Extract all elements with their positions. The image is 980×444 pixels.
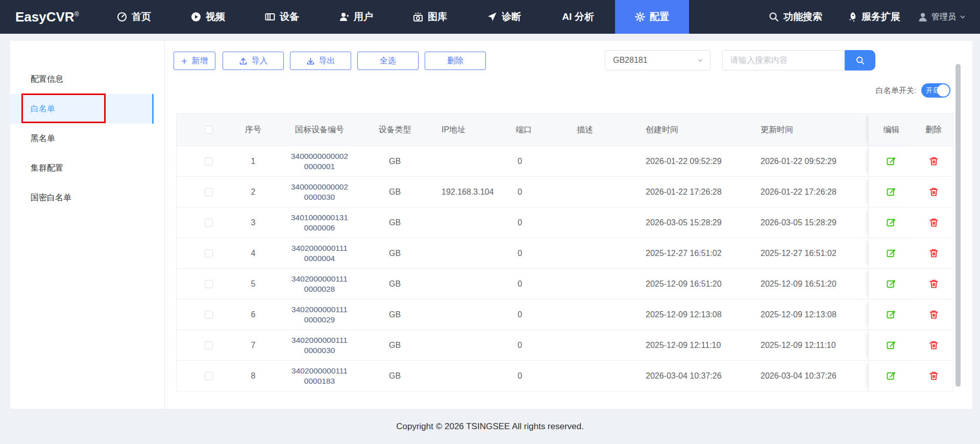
nav-item-service-extension[interactable]: 服务扩展 [835, 0, 913, 34]
row-checkbox[interactable] [205, 188, 213, 196]
table-row: 8 34020000001110000183 GB 0 2026-03-04 1… [177, 361, 953, 391]
sidebar-item-blacklist[interactable]: 黑名单 [10, 124, 154, 153]
edit-icon[interactable] [886, 370, 897, 381]
whitelist-switch-label: 白名单开关: [876, 86, 916, 96]
table-row: 4 34020000001110000004 GB 0 2025-12-27 1… [177, 238, 953, 269]
table-row: 2 34000000000020000030 GB 192.168.3.104 … [177, 177, 953, 207]
search-button[interactable] [845, 50, 875, 71]
sidebar-label: 配置信息 [31, 74, 63, 85]
header-checkbox[interactable] [205, 126, 213, 134]
sidebar-item-config-info[interactable]: 配置信息 [10, 64, 154, 94]
cell-updated: 2026-01-22 17:26:28 [738, 188, 868, 197]
edit-icon[interactable] [886, 309, 897, 320]
nav-item-home[interactable]: 首页 [97, 0, 171, 34]
trash-icon[interactable] [928, 370, 939, 381]
protocol-select[interactable]: GB28181 [605, 50, 710, 71]
row-checkbox[interactable] [205, 249, 213, 258]
table-row: 7 34020000001110000030 GB 0 2025-12-09 1… [177, 330, 953, 361]
search-icon [769, 12, 779, 22]
admin-label: 管理员 [932, 12, 956, 22]
import-button-label: 导入 [252, 56, 268, 66]
row-checkbox[interactable] [205, 157, 213, 166]
edit-icon[interactable] [886, 186, 897, 197]
cell-port: 0 [501, 279, 547, 289]
cell-index: 7 [228, 341, 279, 350]
cell-device-type: GB [360, 157, 429, 166]
nav-item-video[interactable]: 视频 [171, 0, 245, 34]
trash-icon[interactable] [928, 186, 939, 197]
search-icon [855, 56, 865, 65]
trash-icon[interactable] [928, 278, 939, 289]
user-icon [339, 12, 349, 22]
whitelist-switch-row: 白名单开关: 开启 [876, 83, 950, 98]
add-button[interactable]: +新增 [174, 52, 215, 70]
chevron-down-icon [960, 14, 966, 20]
export-button-label: 导出 [319, 56, 335, 66]
sidebar-item-cluster-config[interactable]: 集群配置 [10, 153, 154, 183]
cell-device-id: 34020000001110000030 [279, 335, 360, 356]
app-logo-text: EasyCVR [15, 9, 75, 25]
sidebar-label: 黑名单 [31, 133, 55, 144]
trash-icon[interactable] [928, 248, 939, 259]
cell-device-id: 34020000001110000183 [279, 366, 360, 386]
edit-icon[interactable] [886, 278, 897, 289]
nav-item-ai-analysis[interactable]: AI 分析 [541, 0, 615, 34]
import-button[interactable]: 导入 [223, 52, 284, 70]
col-header-index: 序号 [228, 125, 279, 135]
cell-port: 0 [501, 341, 547, 350]
cell-ip: 192.168.3.104 [429, 188, 501, 197]
cell-created: 2025-12-09 12:11:10 [623, 341, 738, 350]
whitelist-toggle[interactable]: 开启 [921, 83, 950, 98]
row-checkbox[interactable] [205, 311, 213, 319]
select-all-label: 全选 [380, 56, 396, 66]
nav-item-function-search[interactable]: 功能搜索 [756, 0, 835, 34]
trash-icon[interactable] [928, 309, 939, 320]
nav-label: 用户 [354, 10, 373, 24]
row-checkbox[interactable] [205, 372, 213, 380]
vertical-scrollbar[interactable] [955, 64, 961, 387]
admin-avatar-icon [918, 12, 928, 22]
cell-index: 3 [228, 218, 279, 227]
cell-device-type: GB [360, 188, 429, 197]
search-input[interactable] [722, 50, 845, 71]
app-logo: EasyCVR® [15, 9, 93, 25]
nav-item-user[interactable]: 用户 [319, 0, 393, 34]
cell-updated: 2025-12-27 16:51:02 [738, 249, 868, 258]
export-button[interactable]: 导出 [290, 52, 351, 70]
trash-icon[interactable] [928, 340, 939, 350]
row-checkbox[interactable] [205, 280, 213, 288]
trash-icon[interactable] [928, 217, 939, 228]
col-header-port: 端口 [501, 125, 547, 135]
edit-icon[interactable] [886, 217, 897, 228]
cell-index: 5 [228, 279, 279, 289]
cell-created: 2026-03-05 15:28:29 [623, 218, 738, 227]
select-all-button[interactable]: 全选 [357, 52, 419, 70]
cell-device-id: 34000000000020000001 [279, 151, 360, 172]
edit-icon[interactable] [886, 340, 897, 350]
cell-index: 2 [228, 188, 279, 197]
table-row: 6 34020000001110000029 GB 0 2025-12-09 1… [177, 299, 953, 330]
nav-item-config[interactable]: 配置 [615, 0, 689, 34]
row-checkbox[interactable] [205, 219, 213, 227]
extension-icon [847, 12, 857, 22]
row-checkbox[interactable] [205, 341, 213, 349]
nav-item-device[interactable]: 设备 [245, 0, 319, 34]
edit-icon[interactable] [886, 156, 897, 167]
nav-item-diagnosis[interactable]: 诊断 [467, 0, 541, 34]
upload-icon [239, 57, 248, 65]
cell-port: 0 [501, 310, 547, 319]
cell-port: 0 [501, 218, 547, 227]
col-header-device-type: 设备类型 [360, 125, 429, 135]
registered-mark: ® [75, 11, 79, 18]
nav-item-gallery[interactable]: 图库 [393, 0, 467, 34]
delete-button[interactable]: 删除 [425, 52, 486, 70]
admin-menu[interactable]: 管理员 [913, 12, 971, 22]
cell-created: 2025-12-09 16:51:20 [623, 279, 738, 289]
nav-label: 配置 [650, 10, 669, 24]
edit-icon[interactable] [886, 248, 897, 259]
trash-icon[interactable] [928, 156, 939, 167]
cell-created: 2025-12-09 12:13:08 [623, 310, 738, 319]
sidebar-item-whitelist[interactable]: 白名单 [10, 94, 154, 124]
gallery-icon [413, 12, 423, 22]
sidebar-item-gm-whitelist[interactable]: 国密白名单 [10, 183, 154, 213]
